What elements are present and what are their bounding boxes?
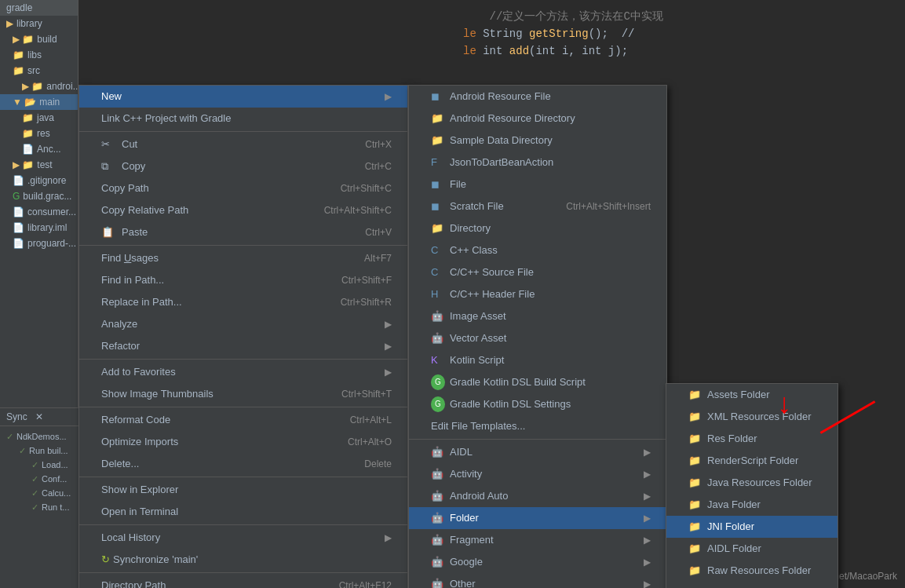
buildgradle-label: build.grac... [23,191,71,202]
kotlin-icon: K [431,352,445,368]
folder-icon: ▶ 📁 [13,159,34,170]
sync-item-label: Calcu... [42,486,71,500]
folder-icon: ▶ 📁 [13,34,34,45]
menu-item-reformat[interactable]: Reformat Code Ctrl+Alt+L [79,409,407,431]
menu-item-jni-folder[interactable]: 📁 JNI Folder [666,516,837,538]
menu-item-file[interactable]: ◼ File [409,173,666,195]
sidebar-item-src[interactable]: 📁 src [0,63,78,79]
menu-item-raw-resources-folder[interactable]: 📁 Raw Resources Folder [666,560,837,582]
menu-item-directory[interactable]: 📁 Directory [409,217,666,239]
menu-item-analyze[interactable]: Analyze ▶ [79,313,407,335]
menu-item-copy-path[interactable]: Copy Path Ctrl+Shift+C [79,177,407,199]
sidebar-item-test[interactable]: ▶ 📁 test [0,157,78,173]
json-to-dart-label: JsonToDartBeanAction [450,155,553,170]
copy-path-label: Copy Path [101,181,149,196]
menu-item-vector-asset[interactable]: 🤖 Vector Asset [409,327,666,349]
menu-item-add-favorites[interactable]: Add to Favorites ▶ [79,361,407,383]
menu-item-font-resources-folder[interactable]: 📁 Font Resources Folder [666,582,837,588]
menu-item-renderscript-folder[interactable]: 📁 RenderScript Folder [666,450,837,472]
menu-item-edit-file-templates[interactable]: Edit File Templates... [409,415,666,437]
menu-item-gradle-kotlin-build[interactable]: G Gradle Kotlin DSL Build Script [409,371,666,393]
menu-item-new[interactable]: New ▶ [79,86,407,108]
menu-item-synchronize[interactable]: ↻ Synchronize 'main' [79,549,407,571]
menu-item-cut[interactable]: ✂ Cut Ctrl+X [79,133,407,155]
menu-item-gradle-kotlin-settings[interactable]: G Gradle Kotlin DSL Settings [409,393,666,415]
gradle-kotlin-build-label: Gradle Kotlin DSL Build Script [450,374,586,390]
delete-shortcut: Delete [364,456,392,472]
paste-label: Paste [122,225,148,240]
menu-item-cpp-source[interactable]: C C/C++ Source File [409,261,666,283]
sidebar-item-proguard[interactable]: 📄 proguard-... [0,236,78,251]
sidebar-item-consumer[interactable]: 📄 consumer... [0,204,78,220]
aidl-icon: 🤖 [431,444,445,460]
submenu-arrow-icon: ▶ [644,576,651,588]
menu-item-image-asset[interactable]: 🤖 Image Asset [409,305,666,327]
menu-item-optimize-imports[interactable]: Optimize Imports Ctrl+Alt+O [79,431,407,453]
menu-item-java-folder[interactable]: 📁 Java Folder [666,494,837,516]
menu-item-other[interactable]: 🤖 Other ▶ [409,573,666,588]
menu-item-json-to-dart[interactable]: F JsonToDartBeanAction [409,152,666,173]
menu-item-android-resource-dir[interactable]: 📁 Android Resource Directory [409,108,666,130]
sidebar-item-build[interactable]: ▶ 📁 build [0,31,78,47]
menu-item-fragment[interactable]: 🤖 Fragment ▶ [409,529,666,551]
menu-item-activity[interactable]: 🤖 Activity ▶ [409,463,666,485]
menu-item-replace-in-path[interactable]: Replace in Path... Ctrl+Shift+R [79,291,407,313]
sidebar-item-res[interactable]: 📁 res [0,126,78,141]
menu-item-aidl-folder[interactable]: 📁 AIDL Folder [666,538,837,560]
fragment-label: Fragment [450,532,494,548]
file-icon: 📄 [13,222,24,233]
code-line-1: //定义一个方法，该方法在C中实现 [463,8,889,25]
menu-item-local-history[interactable]: Local History ▶ [79,527,407,549]
menu-item-copy-relative[interactable]: Copy Relative Path Ctrl+Alt+Shift+C [79,199,407,221]
menu-item-res-folder[interactable]: 📁 Res Folder [666,428,837,450]
sidebar-item-libraryiml[interactable]: 📄 library.iml [0,220,78,236]
sidebar-item-main[interactable]: ▼ 📂 main [0,94,78,110]
menu-item-copy[interactable]: ⧉ Copy Ctrl+C [79,155,407,177]
menu-item-java-resources-folder[interactable]: 📁 Java Resources Folder [666,472,837,494]
proguard-label: proguard-... [27,238,76,249]
menu-item-cpp-header[interactable]: H C/C++ Header File [409,283,666,305]
submenu-arrow-icon: ▶ [644,488,651,504]
menu-item-sample-data-dir[interactable]: 📁 Sample Data Directory [409,130,666,152]
menu-item-find-in-path[interactable]: Find in Path... Ctrl+Shift+F [79,269,407,291]
menu-item-assets-folder[interactable]: 📁 Assets Folder [666,384,837,406]
menu-item-android-resource-file[interactable]: ◼ Android Resource File [409,86,666,108]
sidebar-item-gitignore[interactable]: 📄 .gitignore [0,173,78,188]
menu-item-android-auto[interactable]: 🤖 Android Auto ▶ [409,485,666,507]
sidebar-item-buildgradle[interactable]: G build.grac... [0,188,78,204]
menu-item-paste[interactable]: 📋 Paste Ctrl+V [79,221,407,243]
local-history-label: Local History [101,530,160,546]
menu-item-show-thumbnails[interactable]: Show Image Thumbnails Ctrl+Shift+T [79,383,407,405]
sidebar-item-library[interactable]: ▶ library [0,16,78,31]
sidebar-item-gradle[interactable]: gradle [0,0,78,16]
menu-item-scratch-file[interactable]: ◼ Scratch File Ctrl+Alt+Shift+Insert [409,195,666,217]
menu-item-find-usages[interactable]: Find Usages Alt+F7 [79,247,407,269]
menu-item-folder[interactable]: 🤖 Folder ▶ [409,507,666,529]
menu-item-directory-path[interactable]: Directory Path Ctrl+Alt+F12 [79,575,407,588]
cut-label: Cut [122,137,137,152]
menu-item-refactor[interactable]: Refactor ▶ [79,335,407,357]
sidebar-item-anc[interactable]: 📄 Anc... [0,141,78,157]
menu-item-link-cpp[interactable]: Link C++ Project with Gradle [79,108,407,130]
src-label: src [27,65,40,76]
separator [79,572,407,573]
sidebar-item-java[interactable]: 📁 java [0,110,78,126]
menu-item-xml-resources-folder[interactable]: 📁 XML Resources Folder [666,406,837,428]
submenu-arrow-icon: ▶ [644,554,651,570]
menu-item-aidl[interactable]: 🤖 AIDL ▶ [409,441,666,463]
menu-item-delete[interactable]: Delete... Delete [79,453,407,475]
fragment-icon: 🤖 [431,532,445,548]
menu-item-open-terminal[interactable]: Open in Terminal [79,501,407,523]
file-icon: 📄 [13,206,24,217]
menu-item-kotlin-script[interactable]: K Kotlin Script [409,349,666,371]
menu-item-google[interactable]: 🤖 Google ▶ [409,551,666,573]
show-thumbnails-shortcut: Ctrl+Shift+T [341,386,392,402]
menu-item-cpp-class[interactable]: C C++ Class [409,239,666,261]
submenu-arrow-icon: ▶ [644,510,651,526]
aidl-label: AIDL [450,444,473,460]
image-asset-icon: 🤖 [431,309,445,324]
sidebar-item-android[interactable]: ▶ 📁 androi... [0,79,78,94]
menu-item-show-explorer[interactable]: Show in Explorer [79,479,407,501]
sidebar-item-libs[interactable]: 📁 libs [0,47,78,63]
sync-close-icon[interactable]: ✕ [35,411,43,422]
